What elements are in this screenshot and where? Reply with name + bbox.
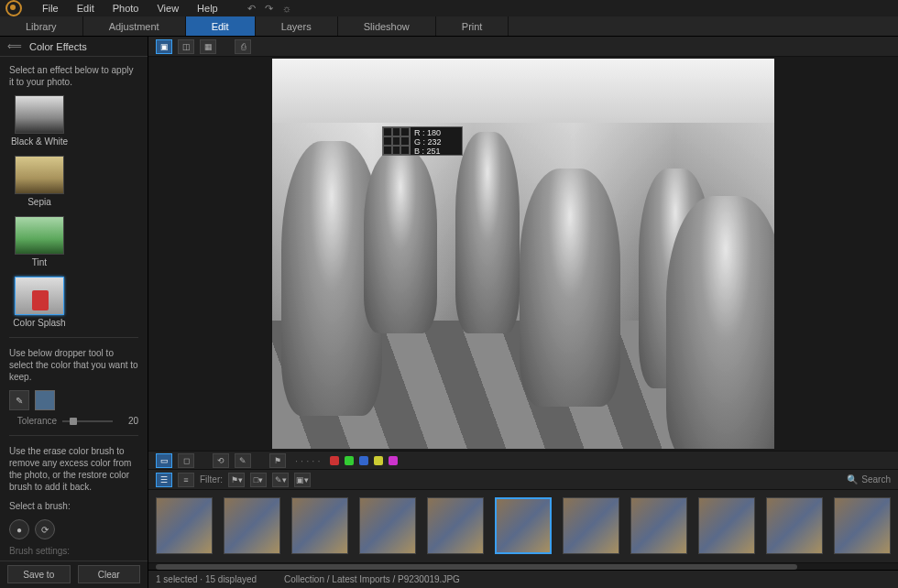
filter-label-icon[interactable]: □▾ — [250, 473, 267, 487]
clear-button[interactable]: Clear — [78, 565, 141, 583]
effect-black-white[interactable]: Black & White — [9, 95, 70, 147]
menu-file[interactable]: File — [35, 1, 66, 16]
fill-icon[interactable]: ◻ — [178, 453, 194, 468]
single-view-icon[interactable]: ▣ — [156, 39, 172, 54]
effects-sidebar: ⟸ Color Effects Select an effect below t… — [0, 37, 148, 588]
filmstrip-thumb[interactable] — [291, 497, 348, 554]
restore-brush[interactable]: ⟳ — [35, 519, 55, 539]
tab-adjustment[interactable]: Adjustment — [83, 16, 186, 36]
rgb-readout: R : 180 G : 232 B : 251 — [382, 126, 463, 156]
menu-view[interactable]: View — [149, 1, 186, 16]
filmstrip-thumb[interactable] — [359, 497, 416, 554]
grid-view-icon[interactable]: ▦ — [200, 39, 216, 54]
label-green[interactable] — [345, 456, 354, 465]
crop-icon[interactable]: ✎ — [235, 453, 251, 468]
menu-photo[interactable]: Photo — [105, 1, 147, 16]
filter-edit-icon[interactable]: ✎▾ — [272, 473, 289, 487]
filter-label: Filter: — [200, 474, 223, 485]
rating-dots[interactable]: · · · · · — [295, 455, 321, 466]
menu-edit[interactable]: Edit — [70, 1, 102, 16]
secondary-display-icon[interactable]: ⎙ — [235, 39, 251, 54]
list-view-icon[interactable]: ≡ — [178, 473, 194, 487]
tab-edit[interactable]: Edit — [186, 16, 256, 36]
main-area: ▣ ◫ ▦ ⎙ R : 180 G : 2 — [148, 37, 898, 588]
effect-thumb — [15, 216, 64, 255]
selection-status: 1 selected · 15 displayed — [156, 574, 257, 584]
effect-color-splash[interactable]: Color Splash — [9, 277, 70, 328]
dropper-help: Use below dropper tool to select the col… — [9, 347, 138, 383]
panel-header: ⟸ Color Effects — [0, 37, 148, 57]
tab-slideshow[interactable]: Slideshow — [338, 16, 436, 36]
tab-print[interactable]: Print — [436, 16, 509, 36]
redo-icon[interactable]: ↷ — [265, 3, 273, 15]
tolerance-slider[interactable] — [62, 420, 113, 422]
menu-help[interactable]: Help — [190, 1, 225, 16]
save-to-button[interactable]: Save to — [7, 565, 71, 583]
preview-photo: R : 180 G : 232 B : 251 — [272, 59, 774, 449]
view-toolbar: ▣ ◫ ▦ ⎙ — [148, 37, 898, 57]
filmstrip-thumb[interactable] — [766, 497, 823, 554]
tolerance-label: Tolerance — [9, 416, 62, 426]
effect-tint[interactable]: Tint — [9, 216, 70, 267]
filmstrip-thumb[interactable] — [698, 497, 755, 554]
tab-library[interactable]: Library — [0, 16, 83, 36]
filmstrip-scrollbar[interactable] — [148, 562, 898, 570]
flag-icon[interactable]: ⚑ — [269, 453, 286, 468]
back-icon[interactable]: ⟸ — [7, 40, 22, 52]
settings-icon[interactable]: ☼ — [282, 3, 291, 15]
effect-thumb — [15, 277, 64, 315]
effect-thumb — [15, 156, 64, 194]
label-purple[interactable] — [389, 456, 398, 465]
canvas-toolbar: ▭ ◻ ⟲ ✎ ⚑ · · · · · — [148, 451, 898, 469]
label-blue[interactable] — [359, 456, 368, 465]
intro-text: Select an effect below to apply it to yo… — [9, 64, 138, 88]
effect-thumb — [15, 95, 64, 134]
photo-canvas[interactable]: R : 180 G : 232 B : 251 — [148, 57, 898, 451]
breadcrumb-path: Collection / Latest Imports / P9230019.J… — [284, 574, 460, 584]
filmstrip-thumb[interactable] — [630, 497, 687, 554]
erase-help: Use the erase color brush to remove any … — [9, 445, 138, 493]
filmstrip[interactable] — [148, 489, 898, 562]
effect-sepia[interactable]: Sepia — [9, 156, 70, 207]
compare-view-icon[interactable]: ◫ — [178, 39, 194, 54]
filmstrip-thumb[interactable] — [156, 497, 213, 554]
filmstrip-thumb[interactable] — [834, 497, 891, 554]
erase-brush[interactable]: ● — [9, 519, 29, 539]
statusbar: 1 selected · 15 displayed Collection / L… — [148, 570, 898, 588]
filmstrip-view-icon[interactable]: ☰ — [156, 473, 172, 487]
mode-tabbar: Library Adjustment Edit Layers Slideshow… — [0, 16, 898, 37]
rotate-icon[interactable]: ⟲ — [213, 453, 229, 468]
search-icon[interactable]: 🔍 — [847, 474, 858, 485]
filter-flag-icon[interactable]: ⚑▾ — [228, 473, 245, 487]
filter-bar: ☰ ≡ Filter: ⚑▾ □▾ ✎▾ ▣▾ 🔍 Search — [148, 469, 898, 489]
tolerance-value: 20 — [113, 416, 138, 426]
panel-title: Color Effects — [29, 41, 87, 52]
app-logo — [5, 0, 22, 16]
label-yellow[interactable] — [374, 456, 383, 465]
sampled-color-swatch[interactable] — [35, 390, 55, 410]
filmstrip-thumb[interactable] — [427, 497, 484, 554]
rgb-b: B : 251 — [414, 147, 442, 157]
menubar: File Edit Photo View Help ↶ ↷ ☼ — [0, 0, 898, 16]
eyedropper-tool[interactable]: ✎ — [9, 390, 29, 410]
search-label[interactable]: Search — [861, 474, 891, 485]
label-red[interactable] — [330, 456, 339, 465]
filmstrip-thumb[interactable] — [563, 497, 619, 554]
filmstrip-thumb[interactable] — [224, 497, 280, 554]
brush-settings-label: Brush settings: — [9, 545, 138, 557]
undo-icon[interactable]: ↶ — [247, 3, 256, 15]
tab-layers[interactable]: Layers — [256, 16, 338, 36]
filter-stack-icon[interactable]: ▣▾ — [294, 473, 311, 487]
fit-icon[interactable]: ▭ — [156, 453, 172, 468]
select-brush-label: Select a brush: — [9, 500, 138, 512]
filmstrip-thumb[interactable] — [495, 497, 552, 554]
